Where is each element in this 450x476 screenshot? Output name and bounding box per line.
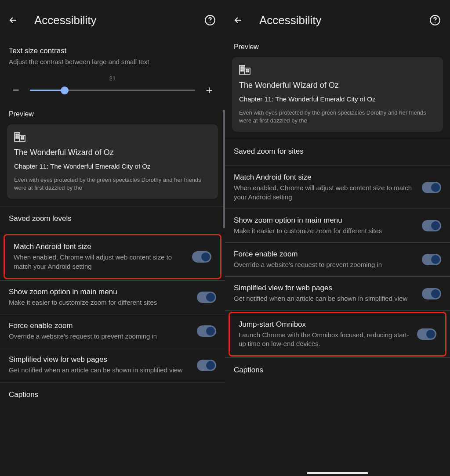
force-zoom-title: Force enable zoom [234, 250, 415, 259]
preview-card: The Wonderful Wizard of Oz Chapter 11: T… [232, 57, 443, 132]
preview-body: Even with eyes protected by the green sp… [239, 109, 436, 125]
simplified-title: Simplified view for web pages [9, 355, 190, 364]
svg-rect-13 [23, 138, 24, 139]
match-font-row[interactable]: Match Android font size When enabled, Ch… [5, 235, 220, 278]
jumpstart-row[interactable]: Jump-start Omnibox Launch Chrome with th… [230, 313, 445, 356]
svg-rect-5 [18, 134, 18, 135]
show-zoom-title: Show zoom option in main menu [234, 216, 415, 225]
match-font-toggle[interactable] [192, 251, 211, 263]
help-icon [204, 14, 216, 26]
simplified-sub: Get notified when an article can be show… [9, 366, 190, 375]
back-button[interactable] [4, 11, 23, 30]
preview-label: Preview [225, 40, 450, 57]
svg-rect-4 [16, 134, 17, 135]
svg-rect-20 [241, 69, 242, 69]
svg-rect-8 [16, 137, 17, 138]
show-zoom-row[interactable]: Show zoom option in main menu Make it ea… [0, 281, 225, 314]
simplified-row[interactable]: Simplified view for web pages Get notifi… [0, 348, 225, 382]
match-font-sub: When enabled, Chrome will adjust web con… [14, 253, 185, 271]
slider-value: 21 [11, 75, 214, 82]
force-zoom-toggle[interactable] [422, 254, 441, 265]
svg-rect-6 [16, 136, 17, 137]
simplified-row[interactable]: Simplified view for web pages Get notifi… [225, 277, 450, 310]
svg-rect-23 [243, 70, 243, 71]
force-zoom-toggle[interactable] [197, 325, 216, 337]
svg-rect-11 [23, 137, 24, 137]
highlight-jumpstart: Jump-start Omnibox Launch Chrome with th… [229, 312, 446, 357]
force-zoom-sub: Override a website's request to prevent … [9, 332, 190, 341]
slider-fill [30, 90, 65, 91]
page-title: Accessibility [32, 14, 192, 27]
simplified-sub: Get notified when an article can be show… [234, 294, 415, 303]
show-zoom-toggle[interactable] [422, 220, 441, 231]
svg-point-1 [210, 22, 210, 23]
svg-rect-18 [241, 67, 242, 68]
preview-title: The Wonderful Wizard of Oz [239, 81, 436, 90]
force-zoom-row[interactable]: Force enable zoom Override a website's r… [0, 314, 225, 348]
divider [0, 233, 225, 233]
slider-thumb[interactable] [61, 87, 69, 94]
preview-label: Preview [0, 106, 225, 124]
back-button[interactable] [229, 11, 248, 30]
preview-body: Even with eyes protected by the green sp… [14, 176, 211, 192]
text-size-title: Text size contrast [0, 40, 225, 56]
svg-point-15 [435, 22, 435, 23]
slider-track[interactable] [30, 90, 195, 91]
simplified-title: Simplified view for web pages [234, 284, 415, 292]
svg-rect-7 [18, 136, 18, 137]
help-button[interactable] [200, 11, 220, 30]
text-size-subtitle: Adjust the contrast between large and sm… [0, 56, 225, 72]
svg-rect-12 [21, 138, 22, 139]
plus-icon[interactable]: + [204, 83, 214, 97]
page-title: Accessibility [257, 14, 417, 27]
show-zoom-toggle[interactable] [197, 292, 216, 303]
jumpstart-sub: Launch Chrome with the Omnibox focused, … [239, 331, 410, 349]
svg-rect-21 [243, 69, 243, 69]
svg-rect-2 [15, 133, 20, 141]
jumpstart-toggle[interactable] [417, 328, 436, 340]
svg-rect-17 [245, 68, 250, 74]
saved-zoom-label: Saved zoom for sites [234, 147, 304, 156]
captions-label: Captions [234, 366, 263, 375]
simplified-toggle[interactable] [197, 360, 216, 371]
svg-rect-9 [18, 137, 18, 138]
show-zoom-row[interactable]: Show zoom option in main menu Make it ea… [225, 209, 450, 242]
saved-zoom-row[interactable]: Saved zoom levels [0, 206, 225, 233]
captions-label: Captions [9, 390, 38, 399]
nav-bar [225, 469, 450, 476]
svg-rect-25 [248, 69, 249, 70]
nav-pill[interactable] [307, 472, 368, 474]
svg-rect-10 [21, 137, 22, 137]
match-font-toggle[interactable] [422, 182, 441, 193]
minus-icon[interactable]: − [11, 83, 21, 97]
right-pane: Accessibility Preview The Wonderful Wiza… [225, 0, 450, 476]
highlight-match-font: Match Android font size When enabled, Ch… [4, 234, 221, 279]
captions-row[interactable]: Captions [225, 358, 450, 384]
show-zoom-sub: Make it easier to customize zoom for dif… [9, 298, 190, 307]
simplified-toggle[interactable] [422, 288, 441, 299]
svg-rect-3 [20, 135, 25, 141]
match-font-sub: When enabled, Chrome will adjust web con… [234, 184, 415, 202]
divider [225, 310, 450, 311]
match-font-title: Match Android font size [234, 173, 415, 182]
svg-rect-27 [248, 71, 249, 72]
appbar: Accessibility [0, 0, 225, 40]
help-button[interactable] [425, 11, 445, 30]
preview-chapter: Chapter 11: The Wonderful Emerald City o… [14, 162, 211, 170]
match-font-row[interactable]: Match Android font size When enabled, Ch… [225, 166, 450, 209]
slider-row: − + [11, 83, 214, 97]
match-font-title: Match Android font size [14, 242, 185, 251]
preview-card: The Wonderful Wizard of Oz Chapter 11: T… [7, 124, 218, 199]
appbar: Accessibility [225, 0, 450, 40]
preview-title: The Wonderful Wizard of Oz [14, 148, 211, 157]
saved-zoom-label: Saved zoom levels [9, 214, 72, 223]
svg-rect-19 [243, 67, 243, 68]
captions-row[interactable]: Captions [0, 382, 225, 409]
svg-rect-16 [240, 65, 245, 74]
arrow-left-icon [233, 15, 243, 25]
force-zoom-sub: Override a website's request to prevent … [234, 260, 415, 269]
svg-rect-24 [246, 69, 247, 70]
arrow-left-icon [8, 15, 18, 25]
saved-zoom-row[interactable]: Saved zoom for sites [225, 139, 450, 166]
force-zoom-row[interactable]: Force enable zoom Override a website's r… [225, 243, 450, 276]
